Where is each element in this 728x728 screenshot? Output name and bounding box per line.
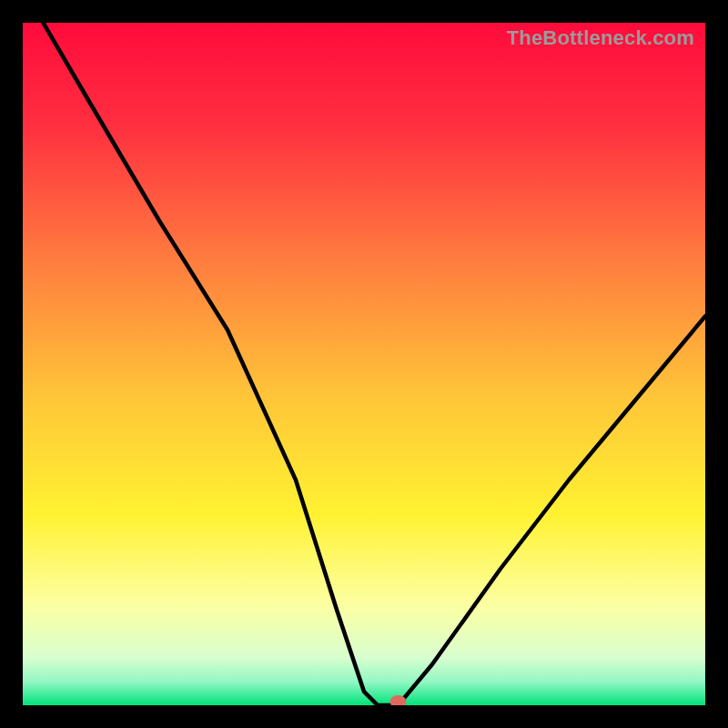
watermark-text: TheBottleneck.com [507,26,694,50]
chart-frame: TheBottleneck.com [23,23,705,705]
bottleneck-chart [23,23,705,705]
gradient-background [23,23,705,705]
